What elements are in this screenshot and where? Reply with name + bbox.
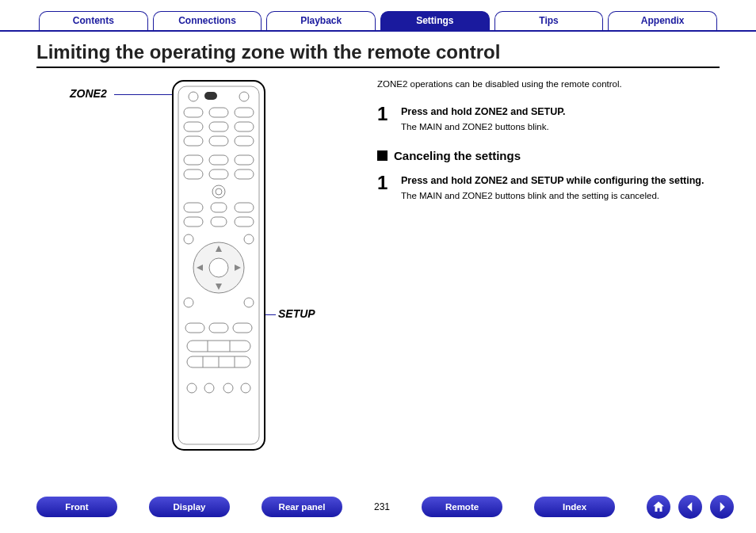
prev-icon[interactable]	[678, 495, 702, 519]
tab-settings[interactable]: Settings	[380, 11, 490, 30]
home-icon[interactable]	[647, 495, 670, 519]
step-1-heading: Press and hold ZONE2 and SETUP.	[401, 106, 720, 117]
tab-connections[interactable]: Connections	[153, 11, 262, 30]
tab-contents[interactable]: Contents	[39, 11, 148, 30]
subhead-text: Canceling the settings	[394, 149, 521, 162]
setup-label: SETUP	[278, 307, 315, 320]
intro-text: ZONE2 operations can be disabled using t…	[377, 79, 720, 89]
step-1-desc: The MAIN and ZONE2 buttons blink.	[401, 122, 720, 131]
tab-tips[interactable]: Tips	[494, 11, 604, 30]
display-button[interactable]: Display	[149, 497, 230, 517]
page-title: Limiting the operating zone with the rem…	[36, 41, 720, 68]
step-1: 1 Press and hold ZONE2 and SETUP. The MA…	[377, 103, 720, 131]
step-number: 1	[377, 172, 401, 200]
step-2-heading: Press and hold ZONE2 and SETUP while con…	[401, 175, 720, 186]
rear-panel-button[interactable]: Rear panel	[262, 497, 342, 517]
index-button[interactable]: Index	[534, 497, 615, 517]
front-panel-button[interactable]: Front panel	[36, 497, 117, 517]
remote-diagram: ZONE2 SETUP	[36, 79, 361, 218]
canceling-settings-heading: Canceling the settings	[377, 149, 720, 162]
step-2: 1 Press and hold ZONE2 and SETUP while c…	[377, 172, 720, 200]
footer-nav: Front panel Display Rear panel 231 Remot…	[0, 495, 756, 519]
step-number: 1	[377, 103, 401, 131]
remote-control-illustration	[171, 79, 266, 451]
next-icon[interactable]	[710, 495, 734, 519]
tab-playback[interactable]: Playback	[266, 11, 376, 30]
zone2-label: ZONE2	[70, 87, 107, 100]
step-2-desc: The MAIN and ZONE2 buttons blink and the…	[401, 191, 720, 200]
remote-button[interactable]: Remote	[422, 497, 502, 517]
top-tabs: Contents Connections Playback Settings T…	[0, 0, 756, 32]
page-number: 231	[374, 501, 390, 512]
tab-appendix[interactable]: Appendix	[608, 11, 717, 30]
svg-point-31	[209, 258, 228, 277]
svg-rect-3	[204, 92, 217, 100]
